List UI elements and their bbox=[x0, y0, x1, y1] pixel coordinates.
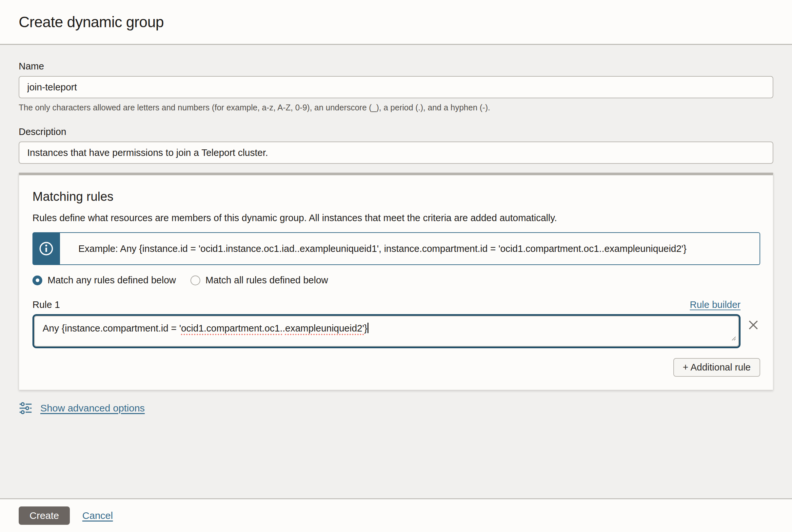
create-dynamic-group-form: Name The only characters allowed are let… bbox=[0, 45, 792, 498]
show-advanced-options-link[interactable]: Show advanced options bbox=[40, 403, 145, 414]
match-mode-radio-row: Match any rules defined below Match all … bbox=[33, 275, 760, 286]
radio-match-all-label: Match all rules defined below bbox=[205, 275, 328, 286]
rule-textarea[interactable]: Any {instance.compartment.id = 'ocid1.co… bbox=[34, 316, 739, 347]
page-title: Create dynamic group bbox=[19, 13, 164, 31]
resize-handle-icon[interactable] bbox=[730, 331, 736, 344]
advanced-options-row: Show advanced options bbox=[19, 401, 773, 415]
name-input[interactable] bbox=[19, 76, 773, 98]
additional-rule-button[interactable]: + Additional rule bbox=[673, 358, 760, 377]
remove-rule-button[interactable] bbox=[740, 314, 760, 332]
page-header: Create dynamic group bbox=[0, 0, 792, 45]
matching-rules-card: Matching rules Rules define what resourc… bbox=[19, 173, 773, 390]
rule-text-suffix: } bbox=[364, 323, 367, 334]
radio-match-all[interactable]: Match all rules defined below bbox=[190, 275, 328, 286]
rule-textarea-focus-ring: Any {instance.compartment.id = 'ocid1.co… bbox=[33, 314, 740, 348]
rule-text-prefix: Any {instance.compartment.id = ' bbox=[43, 323, 181, 334]
rule-title: Rule 1 bbox=[33, 299, 60, 310]
text-caret bbox=[367, 323, 368, 333]
matching-rules-intro: Rules define what resources are members … bbox=[33, 212, 760, 224]
rule-header-row: Rule 1 Rule builder bbox=[33, 299, 740, 310]
close-icon bbox=[747, 318, 760, 332]
radio-match-any[interactable]: Match any rules defined below bbox=[33, 275, 176, 286]
example-info-banner: Example: Any {instance.id = 'ocid1.insta… bbox=[33, 232, 760, 265]
name-helper-text: The only characters allowed are letters … bbox=[19, 102, 773, 112]
add-rule-row: + Additional rule bbox=[33, 358, 760, 377]
example-info-text: Example: Any {instance.id = 'ocid1.insta… bbox=[60, 232, 760, 265]
radio-match-all-circle[interactable] bbox=[190, 276, 200, 285]
rule-row: Any {instance.compartment.id = 'ocid1.co… bbox=[33, 314, 760, 348]
rule-builder-link[interactable]: Rule builder bbox=[690, 299, 740, 310]
page-footer: Create Cancel bbox=[0, 498, 792, 532]
radio-match-any-label: Match any rules defined below bbox=[48, 275, 176, 286]
description-input[interactable] bbox=[19, 141, 773, 164]
create-button[interactable]: Create bbox=[19, 507, 70, 525]
cancel-link[interactable]: Cancel bbox=[82, 510, 113, 521]
radio-match-any-circle[interactable] bbox=[33, 276, 42, 285]
description-label: Description bbox=[19, 126, 773, 137]
matching-rules-heading: Matching rules bbox=[33, 189, 760, 204]
rule-text-misspelled-2: exampleuniqueid2' bbox=[285, 323, 364, 334]
rule-text-mid: . bbox=[282, 323, 285, 334]
info-icon bbox=[33, 232, 60, 265]
sliders-icon bbox=[19, 401, 33, 415]
name-label: Name bbox=[19, 61, 773, 72]
rule-text-misspelled-1: ocid1.compartment.oc1. bbox=[181, 323, 282, 334]
